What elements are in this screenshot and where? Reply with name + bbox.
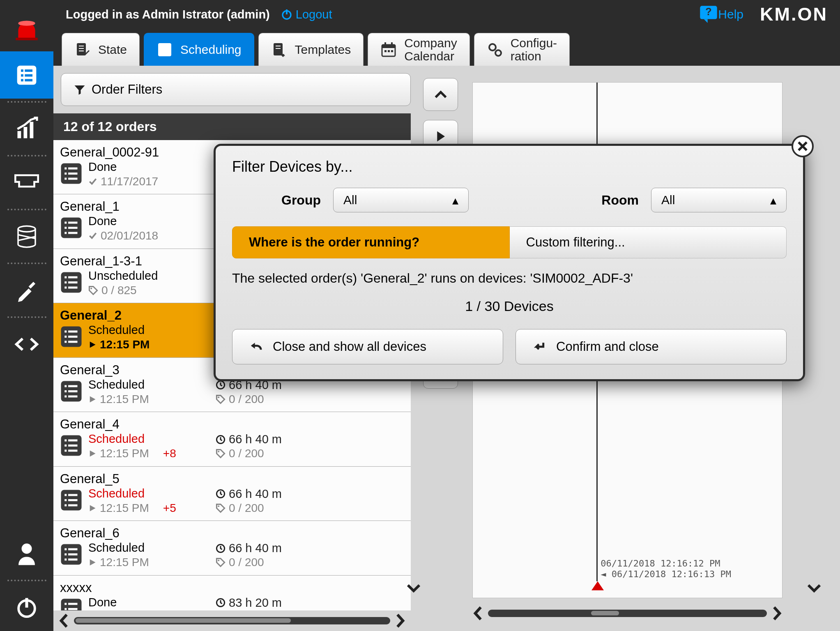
svg-point-101 — [218, 505, 219, 507]
svg-rect-77 — [68, 385, 78, 387]
svg-rect-34 — [274, 43, 283, 55]
dialog-close-button[interactable] — [792, 135, 814, 157]
logged-in-text: Logged in as Admin Istrator (admin) — [66, 8, 270, 21]
timeline-hscroll[interactable] — [472, 603, 782, 624]
enter-icon — [532, 341, 546, 353]
svg-rect-72 — [68, 336, 78, 338]
spool-icon — [15, 225, 38, 248]
tab-configuration[interactable]: Configu- ration — [474, 33, 570, 66]
svg-rect-25 — [79, 48, 84, 49]
svg-rect-80 — [64, 395, 67, 397]
svg-rect-115 — [68, 608, 78, 610]
nav-power[interactable] — [0, 584, 53, 631]
nav-list[interactable] — [0, 51, 53, 99]
nav-user[interactable] — [0, 530, 53, 577]
close-show-all-button[interactable]: Close and show all devices — [232, 329, 503, 364]
dialog-title: Filter Devices by... — [232, 158, 787, 175]
list-icon — [15, 64, 38, 87]
svg-rect-57 — [68, 227, 78, 229]
svg-rect-41 — [384, 50, 387, 52]
svg-point-83 — [218, 396, 219, 398]
svg-rect-64 — [68, 281, 78, 283]
tab-templates[interactable]: Templates — [258, 33, 364, 66]
calendar-icon — [380, 41, 397, 58]
svg-rect-24 — [79, 46, 84, 46]
filter-icon — [74, 83, 86, 96]
help-link[interactable]: ? Help — [699, 5, 743, 24]
svg-rect-7 — [21, 79, 23, 81]
logout-link[interactable]: Logout — [280, 8, 332, 21]
svg-rect-73 — [64, 341, 67, 343]
room-select[interactable]: All ▴ — [651, 188, 787, 212]
nav-spool[interactable] — [0, 213, 53, 260]
nav-expand[interactable] — [0, 320, 53, 368]
chart-icon — [14, 117, 39, 141]
svg-rect-90 — [68, 450, 78, 452]
nav-devices[interactable] — [0, 159, 53, 206]
screwdriver-icon — [15, 279, 38, 302]
confirm-close-button[interactable]: Confirm and close — [516, 329, 787, 364]
svg-rect-106 — [68, 553, 78, 555]
svg-rect-95 — [68, 494, 78, 496]
svg-rect-35 — [276, 46, 281, 46]
svg-point-0 — [18, 21, 35, 25]
tab-state[interactable]: State — [62, 33, 140, 66]
svg-rect-62 — [68, 276, 78, 278]
svg-rect-88 — [68, 444, 78, 447]
svg-point-110 — [218, 560, 219, 562]
svg-rect-105 — [64, 553, 67, 555]
order-name: General_5 — [60, 472, 404, 486]
order-status: Scheduled — [88, 487, 216, 500]
order-name: General_6 — [60, 526, 404, 541]
svg-rect-20 — [286, 9, 288, 14]
nav-analytics[interactable] — [0, 105, 53, 152]
svg-text:?: ? — [706, 6, 712, 17]
nav-alarm[interactable] — [0, 4, 53, 51]
order-status: Scheduled — [88, 541, 216, 555]
list-icon — [60, 434, 83, 457]
power-icon — [15, 596, 38, 619]
svg-rect-28 — [160, 46, 162, 48]
svg-rect-70 — [68, 331, 78, 333]
undo-icon — [249, 341, 263, 353]
svg-rect-87 — [64, 444, 67, 447]
nav-tool[interactable] — [0, 267, 53, 314]
order-row[interactable]: xxxxx Done 04/11/2018 83 h 20 m250 / 250 — [53, 576, 411, 610]
expand-icon — [14, 336, 39, 352]
svg-rect-98 — [64, 504, 67, 506]
tab-scheduling[interactable]: Scheduling — [144, 33, 254, 66]
order-status: Done — [88, 161, 216, 174]
scroll-up-button[interactable] — [423, 78, 458, 111]
order-status: Scheduled — [88, 324, 216, 337]
svg-rect-33 — [163, 53, 169, 54]
chevron-down-icon — [806, 583, 822, 594]
order-filters-bar[interactable]: Order Filters — [61, 73, 411, 106]
order-status: Scheduled — [88, 433, 216, 446]
svg-rect-51 — [64, 178, 67, 180]
seg-custom-filtering[interactable]: Custom filtering... — [510, 226, 787, 258]
list-icon — [60, 271, 83, 294]
svg-rect-71 — [64, 336, 67, 338]
orders-hscroll[interactable] — [53, 610, 411, 631]
svg-rect-96 — [64, 499, 67, 501]
svg-rect-89 — [64, 450, 67, 452]
list-icon — [60, 216, 83, 239]
tab-company-calendar[interactable]: Company Calendar — [368, 33, 469, 66]
order-row[interactable]: General_5 Scheduled 12:15 PM+5 66 h 40 m… — [53, 467, 411, 521]
svg-rect-50 — [68, 173, 78, 175]
svg-rect-86 — [68, 440, 78, 442]
svg-rect-65 — [64, 286, 67, 288]
seg-where-running[interactable]: Where is the order running? — [232, 226, 510, 258]
order-status: Scheduled — [88, 378, 216, 391]
order-row[interactable]: General_6 Scheduled 12:15 PM 66 h 40 m0 … — [53, 521, 411, 575]
filter-devices-dialog: Filter Devices by... Group All ▴ Room — [214, 144, 805, 381]
svg-rect-104 — [68, 548, 78, 550]
group-label: Group — [281, 193, 321, 208]
order-name: xxxxx — [60, 580, 404, 595]
order-row[interactable]: General_4 Scheduled 12:15 PM+8 66 h 40 m… — [53, 412, 411, 466]
group-select[interactable]: All ▴ — [333, 188, 469, 212]
chevron-down-icon — [406, 583, 421, 594]
svg-rect-8 — [25, 79, 32, 81]
alarm-icon — [13, 16, 40, 40]
svg-rect-99 — [68, 504, 78, 506]
